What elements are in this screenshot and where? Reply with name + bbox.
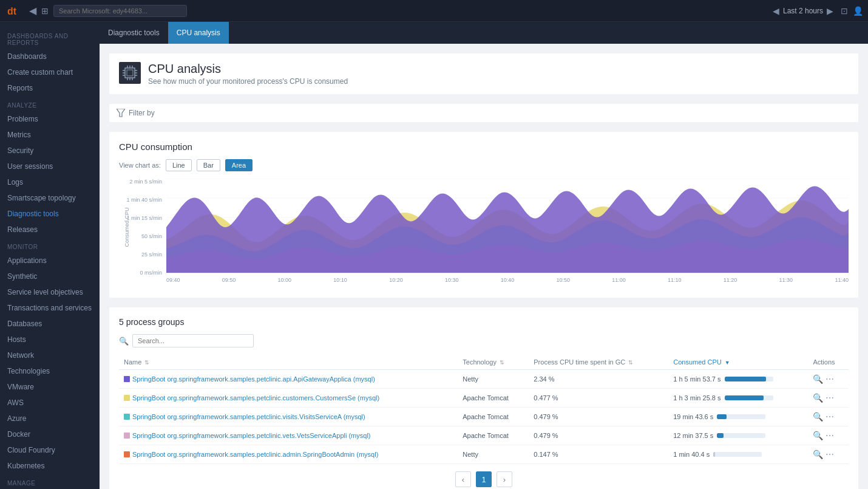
search-input[interactable] [53, 5, 187, 17]
sidebar-item-security[interactable]: Security [0, 143, 100, 159]
nav-back-icon[interactable]: ◀ [29, 5, 36, 16]
sidebar-item-databases[interactable]: Databases [0, 316, 100, 332]
process-link-0[interactable]: SpringBoot org.springframework.samples.p… [132, 375, 375, 383]
cell-technology-1: Apache Tomcat [458, 389, 529, 408]
x-label-8: 11:00 [612, 277, 626, 283]
user-icon[interactable]: 👤 [853, 6, 863, 16]
col-name-sort: ⇅ [144, 360, 149, 366]
page-1-button[interactable]: 1 [476, 471, 492, 487]
layout-icon[interactable]: ⊡ [841, 6, 848, 16]
cell-consumed-cpu-4: 1 min 40.4 s [668, 445, 808, 464]
table-row: SpringBoot org.springframework.samples.p… [119, 389, 849, 408]
cell-technology-3: Apache Tomcat [458, 426, 529, 445]
zoom-icon-0[interactable]: 🔍 [813, 374, 823, 384]
prev-page-button[interactable]: ‹ [455, 471, 471, 487]
sidebar-item-transactions[interactable]: Transactions and services [0, 300, 100, 316]
sidebar-item-problems[interactable]: Problems [0, 111, 100, 127]
chart-type-line-btn[interactable]: Line [166, 159, 192, 171]
sidebar-item-releases[interactable]: Releases [0, 222, 100, 238]
filter-bar[interactable]: Filter by [109, 104, 858, 122]
col-gc-cpu[interactable]: Process CPU time spent in GC ⇅ [529, 355, 668, 370]
grid-icon[interactable]: ⊞ [41, 6, 49, 16]
sidebar-item-diagnostic-tools[interactable]: Diagnostic tools [0, 206, 100, 222]
col-name[interactable]: Name ⇅ [119, 355, 458, 370]
sidebar-item-create-custom-chart[interactable]: Create custom chart [0, 64, 100, 80]
next-page-button[interactable]: › [497, 471, 512, 487]
sidebar-item-vmware[interactable]: VMware [0, 379, 100, 395]
sidebar-item-logs[interactable]: Logs [0, 174, 100, 190]
more-icon-0[interactable]: ⋯ [826, 374, 834, 384]
zoom-icon-4[interactable]: 🔍 [813, 450, 823, 459]
consumed-bar-container-0 [725, 377, 773, 381]
y-label-0: 2 min 5 s/min [129, 179, 162, 185]
y-label-5: 0 ms/min [140, 270, 162, 276]
sidebar-item-reports[interactable]: Reports [0, 80, 100, 96]
process-link-3[interactable]: SpringBoot org.springframework.samples.p… [132, 432, 371, 439]
chart-y-axis-wrapper: Consumed CPU [121, 179, 132, 276]
col-technology[interactable]: Technology ⇅ [458, 355, 529, 370]
sidebar-item-synthetic[interactable]: Synthetic [0, 268, 100, 284]
consumed-bar-fill-2 [717, 414, 727, 419]
y-label-3: 50 s/min [141, 233, 162, 239]
sidebar-item-applications[interactable]: Applications [0, 253, 100, 268]
sidebar-item-docker[interactable]: Docker [0, 426, 100, 442]
time-nav: ◀ Last 2 hours ▶ [773, 6, 833, 16]
process-link-2[interactable]: SpringBoot org.springframework.samples.p… [132, 413, 365, 420]
zoom-icon-2[interactable]: 🔍 [813, 412, 823, 422]
sidebar-item-technologies[interactable]: Technologies [0, 363, 100, 379]
zoom-icon-3[interactable]: 🔍 [813, 431, 823, 440]
process-link-1[interactable]: SpringBoot org.springframework.samples.p… [132, 394, 379, 402]
time-next-icon[interactable]: ▶ [827, 6, 833, 16]
row-color-dot-1 [124, 395, 130, 401]
dynatrace-logo-icon: dt [5, 2, 22, 19]
cell-consumed-cpu-3: 12 min 37.5 s [668, 426, 808, 445]
breadcrumb-diagnostic-tools[interactable]: Diagnostic tools [100, 22, 168, 44]
chart-y-axis-label: Consumed CPU [124, 207, 130, 247]
table-row: SpringBoot org.springframework.samples.p… [119, 408, 849, 426]
more-icon-1[interactable]: ⋯ [826, 393, 834, 403]
sidebar-item-aws[interactable]: AWS [0, 395, 100, 411]
chart-x-labels: 09:40 09:50 10:00 10:10 10:20 10:30 10:4… [166, 277, 849, 283]
x-label-5: 10:30 [445, 277, 459, 283]
x-label-9: 11:10 [668, 277, 682, 283]
x-label-4: 10:20 [389, 277, 403, 283]
sidebar-item-smartscape-topology[interactable]: Smartscape topology [0, 190, 100, 206]
more-icon-2[interactable]: ⋯ [826, 412, 834, 422]
filter-icon [117, 109, 125, 117]
more-icon-3[interactable]: ⋯ [826, 431, 834, 440]
table-search-input[interactable] [132, 334, 254, 347]
sidebar-item-azure[interactable]: Azure [0, 411, 100, 426]
page-header: CPU analysis See how much of your monito… [109, 53, 858, 94]
chart-type-bar-btn[interactable]: Bar [197, 159, 220, 171]
cell-technology-4: Netty [458, 445, 529, 464]
cell-name-1: SpringBoot org.springframework.samples.p… [119, 389, 458, 408]
time-prev-icon[interactable]: ◀ [773, 6, 779, 16]
cell-consumed-cpu-0: 1 h 5 min 53.7 s [668, 370, 808, 389]
cpu-icon [121, 64, 138, 81]
sidebar-item-user-sessions[interactable]: User sessions [0, 159, 100, 174]
svg-text:dt: dt [7, 6, 17, 16]
breadcrumb-cpu-analysis[interactable]: CPU analysis [168, 22, 229, 44]
row-color-dot-2 [124, 414, 130, 420]
consumed-bar-fill-3 [717, 433, 724, 438]
pagination: ‹ 1 › [119, 471, 849, 487]
process-link-4[interactable]: SpringBoot org.springframework.samples.p… [132, 451, 378, 458]
sidebar-item-cloud-foundry[interactable]: Cloud Foundry [0, 442, 100, 458]
x-label-12: 11:40 [835, 277, 849, 283]
x-label-6: 10:40 [501, 277, 515, 283]
sidebar-item-kubernetes[interactable]: Kubernetes [0, 458, 100, 474]
sidebar-item-network[interactable]: Network [0, 347, 100, 363]
col-consumed-cpu[interactable]: Consumed CPU ▼ [668, 355, 808, 370]
chart-type-area-btn[interactable]: Area [225, 159, 253, 171]
more-icon-4[interactable]: ⋯ [826, 450, 834, 459]
consumed-label-1: 1 h 3 min 25.8 s [673, 394, 721, 402]
table-row: SpringBoot org.springframework.samples.p… [119, 445, 849, 464]
sidebar-item-hosts[interactable]: Hosts [0, 332, 100, 347]
x-label-7: 10:50 [556, 277, 570, 283]
sidebar-item-metrics[interactable]: Metrics [0, 127, 100, 143]
sidebar-item-slo[interactable]: Service level objectives [0, 284, 100, 300]
row-color-dot-4 [124, 451, 130, 457]
x-label-1: 09:50 [222, 277, 236, 283]
sidebar-item-dashboards[interactable]: Dashboards [0, 49, 100, 64]
zoom-icon-1[interactable]: 🔍 [813, 393, 823, 403]
